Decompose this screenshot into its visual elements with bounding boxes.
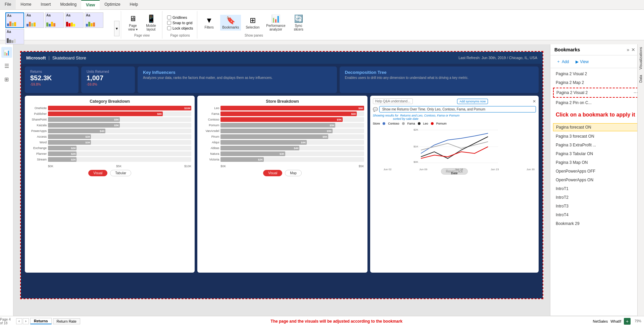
tab-help[interactable]: Help (125, 0, 143, 9)
bookmarks-label: Bookmarks (222, 26, 239, 29)
store-label-vanarsdel: VanArsdel (201, 129, 219, 133)
page-prev-button[interactable]: ‹ (16, 318, 22, 324)
lock-objects-input[interactable] (167, 26, 171, 30)
store-label-fama: Fama (201, 112, 219, 115)
add-page-button[interactable]: + (624, 318, 631, 325)
gridlines-checkbox[interactable]: Gridlines (167, 15, 193, 19)
bookmark-add-button[interactable]: ＋ Add (554, 58, 571, 65)
store-map-button[interactable]: Map (285, 170, 301, 176)
bookmarks-icon: 🔖 (226, 16, 235, 25)
panel-close-icon[interactable]: ✕ (631, 47, 635, 52)
performance-label: Performanceanalyzer (266, 24, 285, 31)
theme-4[interactable]: Aa (65, 12, 84, 28)
store-bar-natura: Natura $3K (201, 151, 364, 156)
theme-1[interactable]: Aa (5, 12, 24, 28)
store-fill-pomum: $5K (220, 123, 335, 128)
bookmark-openpowerapps-off[interactable]: OpenPowerApps OFF (550, 167, 644, 176)
gridlines-input[interactable] (167, 15, 171, 19)
page-view-button[interactable]: 🖥 Pageview ▾ (125, 13, 141, 33)
bar-label-stream: Stream (28, 158, 47, 161)
bookmark-forecast-on[interactable]: Pagina forecast ON (553, 123, 641, 131)
data-view-icon[interactable]: ☰ (1, 60, 12, 71)
theme-5[interactable]: Aa (85, 12, 103, 28)
tab-optimize[interactable]: Optimize (100, 0, 125, 9)
snap-to-grid-checkbox[interactable]: Snap to grid (167, 21, 193, 25)
bookmarks-button[interactable]: 🔖 Bookmarks (220, 15, 241, 31)
category-tabular-button[interactable]: Tabular (110, 170, 131, 176)
store-track-leo: $6K (220, 106, 364, 110)
line-chart-svg: $2K $1K $0K (373, 127, 536, 167)
page-next-button[interactable]: › (23, 318, 29, 324)
dashboard: Microsoft | Skateboard Store Last Refres… (21, 52, 543, 298)
bar-track-powerapps: $4K (48, 129, 191, 133)
kpi-returns: Returns $52.3K -59.8% (25, 66, 79, 93)
bar-row-powerapps: PowerApps $4K (28, 129, 191, 133)
store-fill-natura: $3K (220, 151, 285, 156)
snap-to-grid-input[interactable] (167, 21, 171, 25)
store-label-abbas: Abbas (201, 146, 219, 150)
qa-add-synonyms-button[interactable]: Add synonyms now (457, 99, 488, 104)
bookmarks-panel-header: Bookmarks » ✕ « (550, 44, 644, 55)
legend-fama-dot (402, 122, 405, 125)
mobile-layout-button[interactable]: 📱 Mobilelayout (143, 13, 159, 33)
store-track-abbas: $4K (220, 146, 364, 150)
bookmark-view-button[interactable]: ▶ View (574, 58, 591, 65)
bookmark-pagina3-tabular[interactable]: Pagina 3 Tabular ON (550, 149, 644, 158)
store-label-contoso: Contoso (201, 118, 219, 121)
page-options-group: Gridlines Snap to grid Lock objects Page… (163, 11, 197, 39)
tab-file[interactable]: File (0, 0, 16, 9)
bookmark-introt2[interactable]: IntroT2 (550, 193, 644, 202)
bookmark-pagina3-extraprofit[interactable]: Pagina 3 ExtraProfit ... (550, 141, 644, 149)
x-label-jun23: Jun 23 (491, 168, 499, 171)
category-visual-button[interactable]: Visual (88, 170, 107, 176)
lock-objects-checkbox[interactable]: Lock objects (167, 26, 193, 30)
bar-row-onenote: OneNote $10K (28, 106, 191, 110)
view-label: View (580, 59, 589, 64)
netsales-tab[interactable]: NetSales (593, 319, 608, 323)
data-tab[interactable]: Data (638, 72, 644, 85)
theme-6[interactable]: Aa (5, 29, 24, 44)
bookmark-pagina2-pin[interactable]: Pagina 2 Pin on C... (550, 98, 644, 107)
theme-3[interactable]: Aa (45, 12, 64, 28)
bookmark-openpowerapps-on[interactable]: OpenPowerApps ON (550, 176, 644, 184)
bar-label-powerapps: PowerApps (28, 129, 47, 133)
kpi-decomp-tree[interactable]: Decomposition Tree Enables users to dril… (340, 66, 539, 93)
tab-home[interactable]: Home (16, 0, 36, 9)
sync-slicers-button[interactable]: 🔄 Syncslicers (290, 13, 307, 33)
kpi-key-influencers[interactable]: Key Influencers Analyzes your data, rank… (138, 66, 337, 93)
report-view-icon[interactable]: 📊 (1, 47, 12, 58)
performance-analyzer-button[interactable]: 📊 Performanceanalyzer (264, 13, 287, 33)
whatif-tab[interactable]: WhatIf (610, 319, 621, 323)
page-tab-returns[interactable]: Returns (30, 318, 52, 324)
bookmark-introt4[interactable]: IntroT4 (550, 211, 644, 219)
bookmark-pagina3-forecast[interactable]: Pagina 3 forecast ON (550, 132, 644, 141)
visualizations-tab[interactable]: Visualizations (638, 44, 644, 72)
bookmark-pagina3-map[interactable]: Pagina 3 Map ON (550, 158, 644, 167)
selection-button[interactable]: ⊞ Selection (244, 15, 261, 31)
bookmark-introt1[interactable]: IntroT1 (550, 184, 644, 193)
qa-query-input[interactable]: Show me Returns Over Time. Only Leo, Con… (379, 106, 536, 112)
bookmark-pagina2-map2[interactable]: Pagina 2 Map 2 (550, 78, 644, 87)
store-visual-button[interactable]: Visual (263, 170, 282, 176)
tab-insert[interactable]: Insert (36, 0, 55, 9)
store-bar-pirum: Pirum $5K (201, 134, 364, 139)
themes-expand-button[interactable]: ▾ (114, 21, 119, 36)
panel-expand-icon[interactable]: » (627, 47, 629, 52)
model-view-icon[interactable]: ⊞ (1, 74, 12, 85)
qa-legend: Store Contoso Fama Leo Pomum (373, 122, 536, 125)
tab-modeling[interactable]: Modeling (55, 0, 81, 9)
zoom-level: 79% (635, 319, 641, 323)
tab-view[interactable]: View (81, 0, 100, 9)
bookmark-introt3[interactable]: IntroT3 (550, 202, 644, 211)
dashboard-store: Skateboard Store (52, 55, 86, 60)
x-axis-title: Date (373, 172, 536, 175)
filters-button[interactable]: ▼ Filters (201, 15, 217, 31)
bookmark-pagina2-visual2-2[interactable]: Pagina 2 Visual 2 ··· (553, 88, 641, 98)
page-tab-return-rate[interactable]: Return Rate (53, 318, 80, 324)
qa-showing-area: Showing results for Returns and Leo, Con… (373, 114, 536, 117)
theme-2[interactable]: Aa (25, 12, 44, 28)
bookmark-pagina2-visual2-1[interactable]: Pagina 2 Visual 2 (550, 69, 644, 78)
qa-close-button[interactable]: ✕ (533, 99, 536, 104)
bookmark-29[interactable]: Bookmark 29 (550, 219, 644, 228)
bar-row-sharepoint: SharePoint $5K (28, 117, 191, 122)
